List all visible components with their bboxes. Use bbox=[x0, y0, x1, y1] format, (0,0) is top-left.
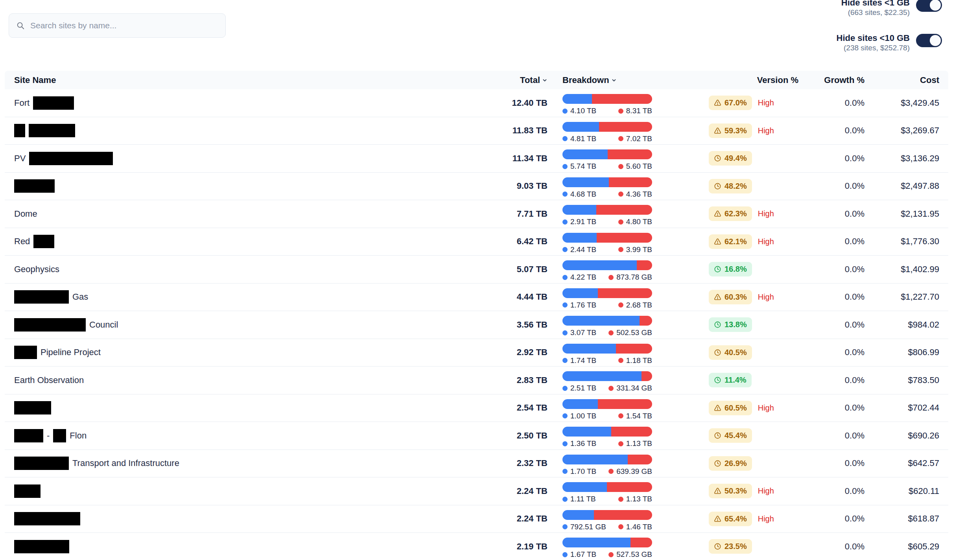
breakdown-bar-red-segment bbox=[630, 538, 652, 547]
version-cell: 23.5% bbox=[704, 533, 798, 560]
search-input[interactable] bbox=[30, 21, 218, 30]
breakdown-legend: 2.44 TB 3.99 TB bbox=[562, 245, 652, 254]
version-badge: 23.5% bbox=[709, 539, 752, 554]
site-name-cell[interactable]: -Flon bbox=[14, 422, 485, 449]
site-name-cell[interactable]: Council bbox=[14, 311, 485, 339]
table-row[interactable]: Fort 12.40 TB 4.10 TB 8.31 TB 67.0% High… bbox=[5, 89, 948, 117]
table-row[interactable]: Transport and Infrastructure 2.32 TB 1.7… bbox=[5, 450, 948, 478]
table-row[interactable]: Gas 4.44 TB 1.76 TB 2.68 TB 60.3% High 0… bbox=[5, 284, 948, 311]
breakdown-legend: 4.22 TB 873.78 GB bbox=[562, 273, 652, 282]
breakdown-bar-blue-segment bbox=[562, 177, 609, 187]
hide-sites-1gb-toggle[interactable] bbox=[916, 0, 942, 12]
breakdown-bar bbox=[562, 538, 652, 547]
blue-dot-icon bbox=[562, 441, 568, 446]
clock-icon bbox=[714, 432, 721, 439]
table-row[interactable]: Red 6.42 TB 2.44 TB 3.99 TB 62.1% High 0… bbox=[5, 228, 948, 256]
breakdown-cell: 1.36 TB 1.13 TB bbox=[547, 422, 704, 449]
header-site-name: Site Name bbox=[14, 75, 485, 85]
table-row[interactable]: 2.24 TB 792.51 GB 1.46 TB 65.4% High 0.0… bbox=[5, 505, 948, 533]
breakdown-legend: 1.76 TB 2.68 TB bbox=[562, 301, 652, 309]
breakdown-legend: 4.10 TB 8.31 TB bbox=[562, 107, 652, 115]
clock-icon bbox=[714, 321, 721, 328]
growth-value: 0.0% bbox=[798, 422, 865, 449]
table-row[interactable]: 2.24 TB 1.11 TB 1.13 TB 50.3% High 0.0% … bbox=[5, 477, 948, 505]
table-row[interactable]: 11.83 TB 4.81 TB 7.02 TB 59.3% High 0.0%… bbox=[5, 117, 948, 145]
site-name-cell[interactable]: Earth Observation bbox=[14, 367, 485, 394]
red-value: 639.39 GB bbox=[616, 467, 652, 476]
site-name-cell[interactable]: Pipeline Project bbox=[14, 339, 485, 367]
version-high-label: High bbox=[758, 126, 774, 135]
site-name-cell[interactable] bbox=[14, 117, 485, 145]
site-name-cell[interactable]: PV bbox=[14, 145, 485, 172]
hide-sites-10gb-toggle[interactable] bbox=[916, 34, 942, 47]
site-name-cell[interactable] bbox=[14, 173, 485, 200]
table-row[interactable]: Council 3.56 TB 3.07 TB 502.53 GB 13.8% … bbox=[5, 311, 948, 339]
site-name-text: Geophysics bbox=[14, 264, 59, 274]
site-name-text: PV bbox=[14, 153, 26, 164]
header-total[interactable]: Total bbox=[485, 75, 547, 85]
header-breakdown[interactable]: Breakdown bbox=[547, 75, 704, 85]
breakdown-bar-blue-segment bbox=[562, 510, 594, 520]
table-row[interactable]: 2.19 TB 1.67 TB 527.53 GB 23.5% 0.0% $60… bbox=[5, 533, 948, 560]
blue-value: 4.81 TB bbox=[570, 134, 596, 143]
version-badge: 60.5% bbox=[709, 401, 752, 415]
growth-value: 0.0% bbox=[798, 200, 865, 228]
red-value: 1.13 TB bbox=[626, 439, 652, 448]
table-row[interactable]: Dome 7.71 TB 2.91 TB 4.80 TB 62.3% High … bbox=[5, 200, 948, 228]
breakdown-bar-red-segment bbox=[592, 94, 652, 104]
breakdown-bar-red-segment bbox=[616, 344, 652, 354]
breakdown-cell: 1.67 TB 527.53 GB bbox=[547, 533, 704, 560]
site-name-cell[interactable] bbox=[14, 533, 485, 560]
blue-dot-icon bbox=[562, 192, 568, 197]
version-cell: 48.2% bbox=[704, 173, 798, 200]
table-row[interactable]: 2.54 TB 1.00 TB 1.54 TB 60.5% High 0.0% … bbox=[5, 394, 948, 422]
cost-value: $783.50 bbox=[865, 367, 939, 394]
red-dot-icon bbox=[618, 413, 623, 418]
breakdown-cell: 4.22 TB 873.78 GB bbox=[547, 256, 704, 283]
cost-value: $1,776.30 bbox=[865, 228, 939, 256]
total-value: 2.83 TB bbox=[485, 367, 547, 394]
site-name-cell[interactable] bbox=[14, 477, 485, 505]
red-value: 502.53 GB bbox=[616, 328, 652, 337]
site-name-cell[interactable] bbox=[14, 505, 485, 533]
table-row[interactable]: PV 11.34 TB 5.74 TB 5.60 TB 49.4% 0.0% $… bbox=[5, 145, 948, 173]
site-name-cell[interactable]: Dome bbox=[14, 200, 485, 228]
table-row[interactable]: Earth Observation 2.83 TB 2.51 TB 331.34… bbox=[5, 367, 948, 394]
red-value: 5.60 TB bbox=[626, 162, 652, 171]
site-name-cell[interactable]: Transport and Infrastructure bbox=[14, 450, 485, 477]
table-row[interactable]: -Flon 2.50 TB 1.36 TB 1.13 TB 45.4% 0.0%… bbox=[5, 422, 948, 450]
version-badge: 59.3% bbox=[709, 123, 752, 138]
red-dot-icon bbox=[618, 192, 623, 197]
version-cell: 45.4% bbox=[704, 422, 798, 449]
red-value: 8.31 TB bbox=[626, 107, 652, 115]
site-name-cell[interactable]: Fort bbox=[14, 89, 485, 117]
total-value: 2.19 TB bbox=[485, 533, 547, 560]
table-row[interactable]: Geophysics 5.07 TB 4.22 TB 873.78 GB 16.… bbox=[5, 256, 948, 284]
version-percentage: 62.1% bbox=[724, 237, 747, 246]
red-dot-icon bbox=[618, 247, 623, 252]
table-row[interactable]: 9.03 TB 4.68 TB 4.36 TB 48.2% 0.0% $2,49… bbox=[5, 173, 948, 201]
version-high-label: High bbox=[758, 293, 774, 302]
site-name-text: Pipeline Project bbox=[41, 347, 101, 357]
site-name-cell[interactable]: Gas bbox=[14, 284, 485, 311]
breakdown-cell: 792.51 GB 1.46 TB bbox=[547, 505, 704, 533]
table-row[interactable]: Pipeline Project 2.92 TB 1.74 TB 1.18 TB… bbox=[5, 339, 948, 367]
redaction-bar bbox=[14, 457, 69, 470]
red-value: 331.34 GB bbox=[616, 384, 652, 392]
version-cell: 50.3% High bbox=[704, 477, 798, 505]
version-cell: 62.3% High bbox=[704, 200, 798, 228]
site-name-cell[interactable] bbox=[14, 394, 485, 422]
blue-value: 792.51 GB bbox=[570, 523, 606, 531]
site-name-cell[interactable]: Geophysics bbox=[14, 256, 485, 283]
red-dot-icon bbox=[618, 219, 623, 225]
breakdown-bar-red-segment bbox=[607, 482, 652, 492]
red-dot-icon bbox=[618, 358, 623, 363]
breakdown-bar bbox=[562, 177, 652, 187]
site-name-cell[interactable]: Red bbox=[14, 228, 485, 256]
breakdown-bar-red-segment bbox=[637, 260, 652, 270]
growth-value: 0.0% bbox=[798, 256, 865, 283]
blue-value: 1.70 TB bbox=[570, 467, 596, 476]
redaction-bar bbox=[53, 429, 66, 442]
search-box[interactable] bbox=[9, 13, 226, 38]
version-percentage: 45.4% bbox=[724, 431, 747, 440]
